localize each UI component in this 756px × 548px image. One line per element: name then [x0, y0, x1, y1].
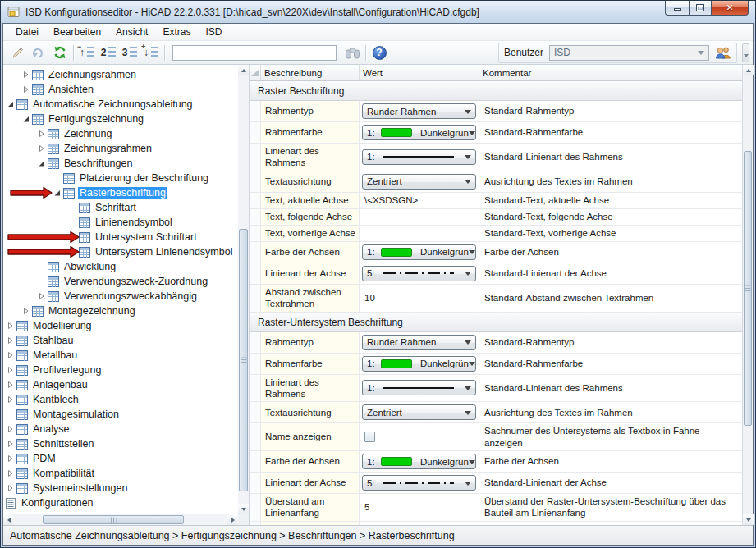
minimize-button[interactable] — [665, 1, 689, 16]
tree-item-pdm[interactable]: PDM — [3, 451, 238, 466]
expand-expander-icon[interactable] — [7, 395, 16, 404]
tree-item-stahlbau[interactable]: Stahlbau — [3, 333, 238, 348]
tree-item-zeichnungsrahmen[interactable]: Zeichnungsrahmen — [3, 67, 238, 82]
scroll-up-button[interactable] — [743, 65, 754, 75]
tree-item-untersystem-schriftart[interactable]: Untersystem Schriftart — [3, 230, 238, 244]
tree-item-zeichnung[interactable]: Zeichnung — [3, 126, 238, 141]
color-dropdown[interactable]: 1:Dunkelgrün — [362, 125, 476, 140]
search-button[interactable] — [341, 43, 363, 62]
expand-levels-button[interactable]: + ↓ — [140, 43, 162, 62]
maximize-button[interactable] — [689, 1, 712, 16]
column-header-wert[interactable]: Wert — [360, 65, 479, 80]
tree-item-abwicklung[interactable]: Abwicklung — [3, 259, 238, 274]
expand-expander-icon[interactable] — [7, 322, 16, 330]
tree-item-konfigurationen[interactable]: Konfigurationen — [3, 495, 238, 510]
tree-item-systemeinstellungen[interactable]: Systemeinstellungen — [3, 481, 238, 495]
tree-item-schnittstellen[interactable]: Schnittstellen — [3, 436, 238, 451]
refresh-button[interactable] — [49, 43, 71, 62]
expand-expander-icon[interactable] — [7, 336, 16, 345]
expand-expander-icon[interactable] — [7, 366, 16, 374]
tree-item-profilverlegung[interactable]: Profilverlegung — [3, 363, 238, 377]
setting-value-cell[interactable]: 10 — [360, 285, 479, 312]
tree-vertical-scrollbar[interactable] — [238, 65, 249, 514]
scroll-down-button[interactable] — [238, 504, 249, 514]
tree-horizontal-scrollbar[interactable] — [3, 514, 238, 525]
tree-item-ansichten[interactable]: Ansichten — [3, 82, 238, 97]
setting-value-cell[interactable] — [360, 226, 479, 241]
tree-item-kantblech[interactable]: Kantblech — [3, 392, 238, 407]
tree-item-schriftart[interactable]: Schriftart — [3, 200, 238, 215]
collapse-expander-icon[interactable] — [22, 115, 32, 123]
expand-expander-icon[interactable] — [22, 71, 32, 79]
expand-expander-icon[interactable] — [7, 440, 16, 448]
tree-item-montagesimulation[interactable]: Montagesimulation — [3, 407, 238, 422]
tree-item-modellierung[interactable]: Modellierung — [3, 318, 238, 333]
tree-item-fertigungszeichnung[interactable]: Fertigungszeichnung — [3, 112, 238, 126]
scroll-thumb[interactable] — [744, 151, 752, 426]
expand-expander-icon[interactable] — [22, 85, 32, 94]
toolbar-overflow-button[interactable] — [742, 43, 749, 62]
user-select[interactable]: ISD — [549, 45, 709, 61]
expand-expander-icon[interactable] — [38, 130, 48, 138]
close-button[interactable]: ✕ — [712, 1, 749, 16]
column-header-kommentar[interactable]: Kommentar — [479, 65, 742, 80]
tree-item-metallbau[interactable]: Metallbau — [3, 348, 238, 363]
undo-button[interactable] — [28, 43, 49, 62]
tree-item-linienendsymbol[interactable]: Linienendsymbol — [3, 215, 238, 230]
menu-datei[interactable]: Datei — [8, 25, 46, 39]
expand-expander-icon[interactable] — [7, 425, 16, 433]
scroll-down-button[interactable] — [743, 514, 754, 525]
linestyle-dropdown[interactable]: 1: — [362, 149, 476, 165]
color-dropdown[interactable]: 1:Dunkelgrün — [362, 454, 476, 469]
search-input[interactable] — [172, 45, 337, 61]
linestyle-dropdown[interactable]: 1: — [362, 380, 476, 395]
edit-button[interactable] — [7, 43, 28, 62]
tree-item-zeichnungsrahmen[interactable]: Zeichnungsrahmen — [3, 141, 238, 156]
expand-expander-icon[interactable] — [7, 454, 16, 463]
setting-value-cell[interactable]: 5 — [360, 494, 479, 521]
expand-expander-icon[interactable] — [38, 144, 48, 153]
tree-item-montagezeichnung[interactable]: Montagezeichnung — [3, 304, 238, 318]
linestyle-dropdown[interactable]: 5: — [362, 475, 476, 491]
scroll-thumb[interactable] — [43, 515, 184, 524]
color-dropdown[interactable]: 1:Dunkelgrün — [362, 244, 476, 260]
help-button[interactable]: ? — [369, 43, 390, 62]
menu-extras[interactable]: Extras — [155, 25, 198, 39]
value-dropdown[interactable]: Zentriert — [362, 174, 476, 190]
tree-item-rasterbeschriftung[interactable]: Rasterbeschriftung — [3, 185, 238, 200]
collapse-expander-icon[interactable] — [7, 100, 16, 108]
tree-item-platzierung-der-beschriftung[interactable]: Platzierung der Beschriftung — [3, 171, 238, 185]
setting-value-cell[interactable]: \<XSDSGN> — [360, 193, 479, 208]
menu-ansicht[interactable]: Ansicht — [108, 25, 155, 39]
checkbox-unchecked[interactable] — [364, 432, 375, 442]
scroll-left-button[interactable] — [3, 514, 14, 525]
value-dropdown[interactable]: Runder Rahmen — [362, 103, 476, 119]
expand-expander-icon[interactable] — [7, 484, 16, 492]
menu-bearbeiten[interactable]: Bearbeiten — [46, 25, 108, 39]
expand-expander-icon[interactable] — [7, 381, 16, 389]
menu-isd[interactable]: ISD — [198, 25, 229, 39]
collapse-expander-icon[interactable] — [38, 159, 48, 167]
value-dropdown[interactable]: Runder Rahmen — [362, 335, 476, 350]
tree-item-anlagenbau[interactable]: Anlagenbau — [3, 377, 238, 392]
expand-expander-icon[interactable] — [38, 292, 48, 300]
tree-item-kompatibilit-t[interactable]: Kompatibilität — [3, 466, 238, 481]
expand-level-2-button[interactable]: 2 — [98, 43, 119, 62]
collapse-levels-button[interactable]: − ↑ — [76, 43, 98, 62]
tree-item-automatische-zeichnungsableitung[interactable]: Automatische Zeichnungsableitung — [3, 97, 238, 112]
tree-item-analyse[interactable]: Analyse — [3, 422, 238, 436]
tree-item-verwendungszweck-zuordnung[interactable]: Verwendungszweck-Zuordnung — [3, 274, 238, 289]
linestyle-dropdown[interactable]: 5: — [362, 266, 476, 281]
scroll-thumb[interactable] — [239, 229, 248, 491]
expand-level-3-button[interactable]: 3 — [119, 43, 140, 62]
setting-value-cell[interactable] — [360, 209, 479, 225]
column-header-beschreibung[interactable]: Beschreibung — [261, 65, 360, 80]
tree-item-untersystem-linienendsymbol[interactable]: Untersystem Linienendsymbol — [3, 244, 238, 259]
expand-expander-icon[interactable] — [22, 307, 32, 315]
grid-vertical-scrollbar[interactable] — [742, 65, 753, 525]
collapse-expander-icon[interactable] — [53, 189, 63, 197]
color-dropdown[interactable]: 1:Dunkelgrün — [362, 356, 476, 372]
expand-expander-icon[interactable] — [7, 351, 16, 359]
tree-item-verwendungszweckabh-ngig[interactable]: Verwendungszweckabhängig — [3, 289, 238, 304]
scroll-right-button[interactable] — [227, 514, 238, 525]
